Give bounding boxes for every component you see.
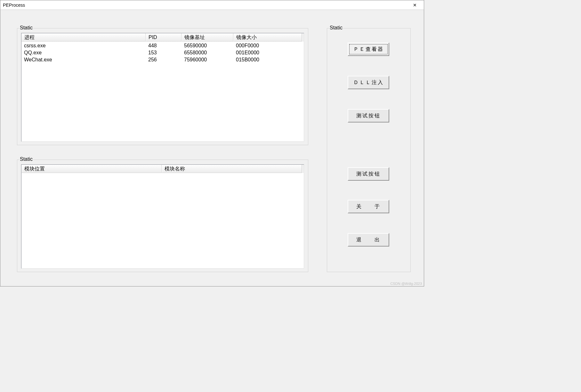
process-cell: 153	[146, 49, 182, 56]
close-icon[interactable]: ✕	[408, 1, 421, 10]
watermark: CSDN @Wdlg-2023	[390, 282, 422, 286]
module-listview[interactable]: 模块位置模块名称	[21, 164, 304, 269]
module-col-header[interactable]: 模块名称	[162, 165, 302, 173]
titlebar[interactable]: PEProcess ✕	[0, 0, 424, 10]
module-list-header: 模块位置模块名称	[21, 165, 304, 173]
process-cell: 015B0000	[233, 56, 302, 63]
process-group-label: Static	[19, 25, 33, 31]
process-cell: QQ.exe	[21, 49, 146, 56]
process-col-header[interactable]: 进程	[21, 33, 146, 42]
process-cell: 65580000	[182, 49, 233, 56]
exit-button[interactable]: 退 出	[348, 233, 389, 247]
process-list-body: csrss.exe44856590000000F0000QQ.exe153655…	[21, 42, 304, 63]
app-window: PEProcess ✕ Static 进程PID镜像基址镜像大小 csrss.e…	[0, 0, 424, 286]
process-cell: 56590000	[182, 42, 233, 49]
window-title: PEProcess	[3, 3, 408, 8]
process-cell: 001E0000	[233, 49, 302, 56]
process-cell: 000F0000	[233, 42, 302, 49]
buttons-group-label: Static	[329, 25, 343, 31]
about-button[interactable]: 关 于	[348, 200, 389, 213]
process-cell: 75960000	[182, 56, 233, 63]
process-groupbox: Static 进程PID镜像基址镜像大小 csrss.exe4485659000…	[17, 28, 308, 145]
module-list-body	[21, 173, 304, 174]
process-row[interactable]: QQ.exe15365580000001E0000	[21, 49, 304, 56]
process-cell: csrss.exe	[21, 42, 146, 49]
process-col-header[interactable]: 镜像大小	[233, 33, 302, 42]
module-group-label: Static	[19, 156, 33, 162]
process-row[interactable]: csrss.exe44856590000000F0000	[21, 42, 304, 49]
process-listview[interactable]: 进程PID镜像基址镜像大小 csrss.exe44856590000000F00…	[21, 33, 304, 142]
module-groupbox: Static 模块位置模块名称	[17, 160, 308, 272]
process-cell: 256	[146, 56, 182, 63]
buttons-groupbox: Static ＰＥ查看器 ＤＬＬ注入 测试按钮 测试按钮 关 于 退 出	[327, 28, 411, 272]
pe-viewer-button[interactable]: ＰＥ查看器	[348, 43, 389, 56]
process-row[interactable]: WeChat.exe25675960000015B0000	[21, 56, 304, 63]
process-cell: 448	[146, 42, 182, 49]
test-button-2[interactable]: 测试按钮	[348, 167, 389, 181]
process-col-header[interactable]: PID	[146, 33, 182, 42]
process-cell: WeChat.exe	[21, 56, 146, 63]
dll-inject-button[interactable]: ＤＬＬ注入	[348, 76, 389, 89]
client-area: Static 进程PID镜像基址镜像大小 csrss.exe4485659000…	[0, 10, 424, 286]
test-button-1[interactable]: 测试按钮	[348, 109, 389, 122]
process-col-header[interactable]: 镜像基址	[182, 33, 233, 42]
module-col-header[interactable]: 模块位置	[21, 165, 162, 173]
process-list-header: 进程PID镜像基址镜像大小	[21, 33, 304, 42]
